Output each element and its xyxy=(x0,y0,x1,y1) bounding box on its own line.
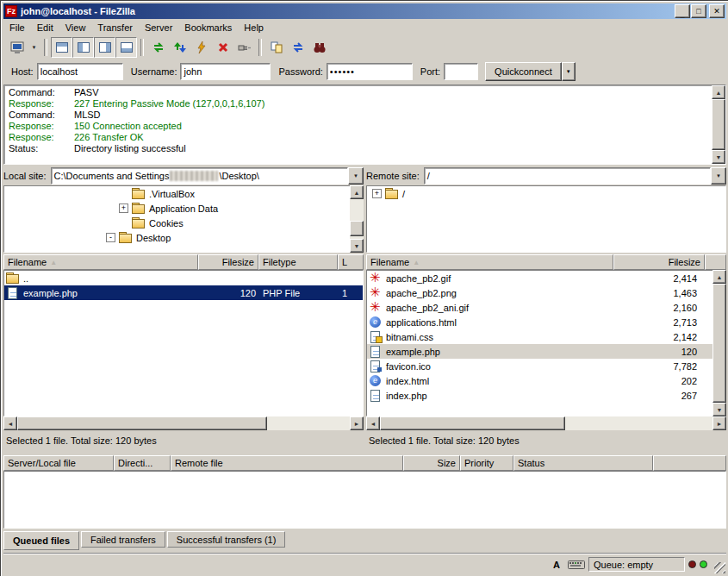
remote-site-dropdown[interactable]: ▼ xyxy=(711,167,726,185)
file-size: 267 xyxy=(613,391,700,401)
tab-failed-transfers[interactable]: Failed transfers xyxy=(81,531,165,548)
resize-grip[interactable] xyxy=(714,562,725,573)
site-manager-button[interactable] xyxy=(6,37,28,58)
column-header-filetype[interactable]: Filetype xyxy=(258,254,338,270)
file-row[interactable]: index.php 267 xyxy=(367,388,713,403)
process-queue-button[interactable] xyxy=(169,37,190,58)
expander-icon[interactable]: - xyxy=(106,233,115,242)
file-modified: 1 xyxy=(339,288,363,298)
column-header-filename[interactable]: Filename▲ xyxy=(3,254,198,270)
host-input[interactable] xyxy=(37,63,123,80)
scroll-right-button[interactable]: ► xyxy=(712,416,726,430)
scroll-down-button[interactable]: ▼ xyxy=(712,403,726,416)
scroll-up-button[interactable]: ▲ xyxy=(712,85,725,99)
file-row[interactable]: apache_pb2.gif 2,414 xyxy=(367,271,713,285)
menu-edit[interactable]: Edit xyxy=(31,21,59,34)
scroll-up-button[interactable]: ▲ xyxy=(350,185,364,199)
column-header-direction[interactable]: Directi... xyxy=(114,455,171,471)
file-size: 120 xyxy=(613,347,700,357)
toolbar: ▼ xyxy=(3,35,726,59)
scrollbar-thumb[interactable] xyxy=(712,99,725,150)
column-header-filesize[interactable]: Filesize xyxy=(613,254,705,270)
scroll-left-button[interactable]: ◄ xyxy=(366,416,380,430)
toggle-remote-tree-button[interactable] xyxy=(94,37,115,58)
tree-item[interactable]: .VirtualBox xyxy=(4,186,363,201)
titlebar[interactable]: Fz john@localhost - FileZilla _ □ ✕ xyxy=(3,3,726,19)
username-input[interactable] xyxy=(180,63,271,80)
cancel-button[interactable] xyxy=(212,37,233,58)
tree-item[interactable]: + Application Data xyxy=(4,201,363,216)
file-name: apache_pb2.gif xyxy=(386,273,451,284)
menu-file[interactable]: File xyxy=(3,21,31,34)
directory-comparison-button[interactable] xyxy=(265,37,287,58)
quickconnect-dropdown[interactable]: ▼ xyxy=(562,62,576,81)
scrollbar-thumb[interactable] xyxy=(17,416,267,430)
tree-item[interactable]: - Desktop xyxy=(4,230,363,245)
scroll-up-button[interactable]: ▲ xyxy=(712,270,726,284)
local-tree-scrollbar[interactable]: ▲ ▼ xyxy=(350,185,364,253)
file-row[interactable]: apache_pb2.png 1,463 xyxy=(367,285,713,300)
menu-view[interactable]: View xyxy=(59,21,92,34)
scroll-right-button[interactable]: ► xyxy=(350,416,364,430)
log-text: 150 Connection accepted xyxy=(74,121,182,132)
local-list-hscrollbar[interactable]: ◄ ► xyxy=(3,416,364,430)
tab-successful-transfers[interactable]: Successful transfers (1) xyxy=(167,531,286,548)
local-site-dropdown[interactable]: ▼ xyxy=(348,167,364,185)
close-button[interactable]: ✕ xyxy=(709,4,725,18)
quickconnect-button[interactable]: Quickconnect xyxy=(485,62,562,81)
scrollbar-thumb[interactable] xyxy=(380,416,565,430)
remote-list-scrollbar[interactable]: ▲ ▼ xyxy=(712,270,726,416)
site-manager-dropdown[interactable]: ▼ xyxy=(28,37,40,58)
expander-icon[interactable]: + xyxy=(372,189,382,198)
tree-item-label: Cookies xyxy=(149,218,184,229)
synchronized-browsing-button[interactable] xyxy=(287,37,308,58)
port-input[interactable] xyxy=(444,63,478,80)
toggle-message-log-button[interactable] xyxy=(51,37,72,58)
file-row[interactable]: .. xyxy=(4,271,363,285)
column-header-size[interactable]: Size xyxy=(403,455,460,471)
minimize-button[interactable]: _ xyxy=(675,4,690,18)
scroll-down-button[interactable]: ▼ xyxy=(350,239,364,253)
scroll-down-button[interactable]: ▼ xyxy=(712,150,725,164)
log-scrollbar[interactable]: ▲ ▼ xyxy=(712,85,725,164)
scroll-left-button[interactable]: ◄ xyxy=(3,416,17,430)
toggle-local-tree-button[interactable] xyxy=(72,37,94,58)
file-row[interactable]: applications.html 2,713 xyxy=(367,315,713,329)
scrollbar-thumb[interactable] xyxy=(350,221,364,236)
tab-queued-files[interactable]: Queued files xyxy=(3,531,79,550)
column-header-remote-file[interactable]: Remote file xyxy=(171,455,403,471)
find-files-button[interactable] xyxy=(308,37,330,58)
scrollbar-thumb[interactable] xyxy=(712,284,726,403)
tree-item[interactable]: Cookies xyxy=(4,216,363,230)
column-header-priority[interactable]: Priority xyxy=(460,455,513,471)
reconnect-button[interactable] xyxy=(190,37,212,58)
menu-server[interactable]: Server xyxy=(139,21,178,34)
column-header-filename[interactable]: Filename▲ xyxy=(366,254,613,270)
column-header-lastmodified[interactable]: L xyxy=(338,254,364,270)
file-row[interactable]: index.html 202 xyxy=(367,373,713,388)
remote-site-combobox[interactable]: / ▼ xyxy=(424,167,726,185)
tree-item[interactable]: + / xyxy=(367,186,725,201)
local-site-combobox[interactable]: C:\Documents and Settings\Desktop\ ▼ xyxy=(51,167,364,185)
expander-icon[interactable]: + xyxy=(119,203,128,213)
file-row-selected[interactable]: example.php 120 xyxy=(367,344,713,359)
column-header-filesize[interactable]: Filesize xyxy=(198,254,258,270)
remote-list-hscrollbar[interactable]: ◄ ► xyxy=(366,416,726,430)
disconnect-button[interactable] xyxy=(233,37,255,58)
file-name: bitnami.css xyxy=(386,332,433,342)
file-row[interactable]: bitnami.css 2,142 xyxy=(367,329,713,344)
maximize-button[interactable]: □ xyxy=(691,4,706,18)
file-row-selected[interactable]: example.php 120 PHP File 1 xyxy=(4,285,363,300)
menu-help[interactable]: Help xyxy=(238,21,270,34)
column-header-status[interactable]: Status xyxy=(513,455,653,471)
menu-bookmarks[interactable]: Bookmarks xyxy=(178,21,238,34)
refresh-button[interactable] xyxy=(147,37,169,58)
file-row[interactable]: favicon.ico 7,782 xyxy=(367,359,713,373)
password-input[interactable] xyxy=(327,63,413,80)
file-row[interactable]: apache_pb2_ani.gif 2,160 xyxy=(367,300,713,315)
column-header-server-local-file[interactable]: Server/Local file xyxy=(3,455,114,471)
menu-transfer[interactable]: Transfer xyxy=(91,21,139,34)
remote-site-path[interactable]: / xyxy=(424,167,711,185)
toggle-queue-button[interactable] xyxy=(115,37,137,58)
local-site-path[interactable]: C:\Documents and Settings\Desktop\ xyxy=(51,167,348,185)
